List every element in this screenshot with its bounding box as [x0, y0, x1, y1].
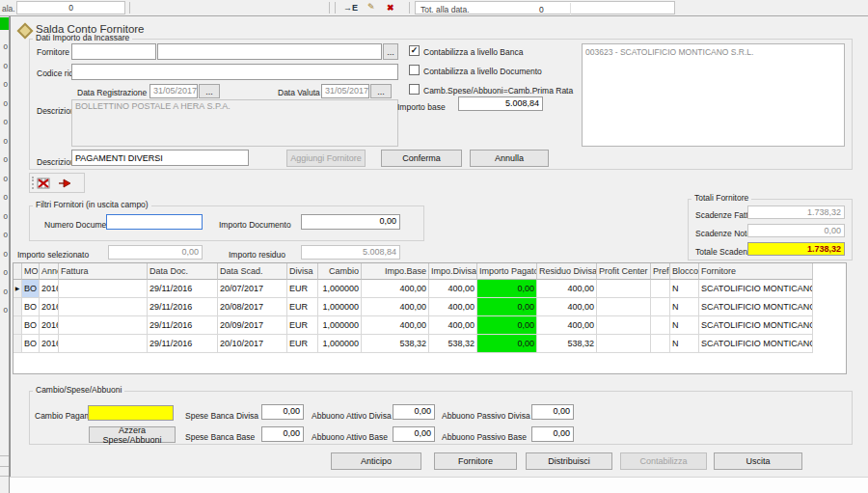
distribuisci-button[interactable]: Distribuisci	[526, 452, 612, 470]
grid-cell[interactable]	[597, 280, 651, 298]
grid-cell[interactable]: 400,00	[429, 316, 477, 335]
grid-cell[interactable]: SCATOLIFICIO MONTICANO	[699, 280, 813, 298]
grid-cell[interactable]: 400,00	[362, 298, 429, 316]
delete-grid-icon[interactable]	[37, 177, 51, 190]
abbuono-attivo-divisa-input[interactable]: 0,00	[393, 404, 435, 420]
grid-cell[interactable]: EUR	[287, 298, 318, 316]
grid-header-cell[interactable]: Profit Center	[597, 263, 651, 280]
fornitore-browse-button[interactable]: ...	[383, 43, 398, 60]
grid-cell[interactable]	[651, 335, 670, 353]
grid-cell[interactable]: 1,000000	[318, 335, 362, 353]
importo-base-input[interactable]: 5.008,84	[458, 96, 543, 111]
grid-header-cell[interactable]: Anno	[40, 263, 59, 280]
fornitore-code-input[interactable]	[71, 43, 156, 60]
grid-cell[interactable]: 400,00	[537, 298, 597, 316]
grid-header-cell[interactable]: Blocco	[670, 263, 699, 280]
annulla-button[interactable]: Annulla	[470, 150, 549, 167]
grid-header-cell[interactable]: Impo.Base	[362, 263, 429, 280]
grid-cell[interactable]: BO	[22, 298, 40, 316]
table-row[interactable]: BO201629/11/201620/10/2017EUR1,000000538…	[14, 335, 846, 353]
grid-header-cell[interactable]: Divisa	[287, 263, 318, 280]
grid-header-cell[interactable]: Impo.Divisa	[429, 263, 477, 280]
table-row[interactable]: ▶BO201629/11/201620/07/2017EUR1,00000040…	[14, 280, 846, 298]
grid-header-cell[interactable]: Importo Pagato	[477, 263, 537, 280]
uscita-button[interactable]: Uscita	[714, 452, 802, 470]
grid-cell[interactable]	[651, 280, 670, 298]
grid-cell[interactable]: 1,000000	[318, 280, 362, 298]
abbuono-attivo-base-input[interactable]: 0,00	[393, 426, 435, 442]
grid-cell[interactable]: 400,00	[537, 280, 597, 298]
table-row[interactable]: BO201629/11/201620/08/2017EUR1,000000400…	[14, 298, 846, 316]
grid-cell[interactable]: 2016	[40, 280, 59, 298]
grid-cell[interactable]: 400,00	[537, 316, 597, 335]
row-selector[interactable]	[14, 316, 22, 335]
grid-header-cell[interactable]: Data Scad.	[218, 263, 287, 280]
grid-cell[interactable]: 0,00	[477, 280, 537, 298]
grid-cell[interactable]	[59, 280, 148, 298]
supplier-listbox[interactable]: 003623 - SCATOLIFICIO MONTICANO S.R.L.	[582, 43, 845, 147]
fornitore-name-input[interactable]	[157, 43, 382, 60]
red-arrow-icon[interactable]	[57, 177, 72, 190]
grid-cell[interactable]	[59, 298, 148, 316]
grid-cell[interactable]: 29/11/2016	[148, 335, 218, 353]
grid-cell[interactable]: SCATOLIFICIO MONTICANO	[699, 298, 813, 316]
grid-cell[interactable]	[651, 298, 670, 316]
checkbox-camb-spese[interactable]	[409, 84, 420, 95]
grid-cell[interactable]: N	[670, 298, 699, 316]
grid-header-cell[interactable]: Fattura	[59, 263, 148, 280]
supplier-list-item[interactable]: 003623 - SCATOLIFICIO MONTICANO S.R.L.	[585, 47, 753, 57]
grid-cell[interactable]: EUR	[287, 335, 318, 353]
numero-documento-input[interactable]	[106, 214, 203, 230]
cambio-pagamento-input[interactable]	[88, 405, 174, 421]
grid-header-cell[interactable]: Prefi	[651, 263, 670, 280]
grid-cell[interactable]: 1,000000	[318, 316, 362, 335]
data-valuta-input[interactable]: 31/05/2017	[321, 84, 369, 98]
contabilizza-button[interactable]: Contabilizza	[620, 452, 707, 470]
pencil-icon[interactable]: ✎	[367, 1, 375, 14]
grid-cell[interactable]: 0,00	[477, 335, 537, 353]
grid-cell[interactable]: BO	[22, 316, 40, 335]
fornitore-button[interactable]: Fornitore	[434, 452, 517, 470]
grid-cell[interactable]: 400,00	[362, 280, 429, 298]
grid-corner-cell[interactable]	[14, 263, 22, 280]
grid-header-cell[interactable]: Fornitore	[699, 263, 813, 280]
checkbox-contabilizza-banca[interactable]	[409, 45, 420, 56]
codice-ricerca-input[interactable]	[71, 64, 398, 80]
aggiungi-fornitore-button[interactable]: Aggiungi Fornitore	[286, 150, 366, 167]
grid-header-cell[interactable]: Residuo Divisa	[537, 263, 597, 280]
export-icon[interactable]: →E	[343, 2, 358, 14]
grid-cell[interactable]	[597, 335, 651, 353]
delete-icon[interactable]: ✖	[387, 2, 394, 14]
spese-banca-divisa-input[interactable]: 0,00	[261, 404, 304, 420]
row-selector[interactable]: ▶	[14, 280, 22, 298]
abbuono-passivo-divisa-input[interactable]: 0,00	[531, 404, 574, 420]
grid-cell[interactable]: N	[670, 316, 699, 335]
grid-cell[interactable]: 0,00	[477, 298, 537, 316]
scadenze-grid[interactable]: MO.AnnoFatturaData Doc.Data Scad.DivisaC…	[13, 262, 847, 374]
grid-cell[interactable]	[651, 316, 670, 335]
grid-cell[interactable]: 29/11/2016	[148, 316, 218, 335]
data-valuta-browse-button[interactable]: ...	[370, 84, 392, 98]
descrizione-input[interactable]	[71, 150, 249, 166]
grid-cell[interactable]: EUR	[287, 316, 318, 335]
data-registrazione-browse-button[interactable]: ...	[199, 84, 220, 98]
grid-cell[interactable]: 29/11/2016	[148, 280, 218, 298]
grid-cell[interactable]	[59, 316, 148, 335]
grid-cell[interactable]	[597, 298, 651, 316]
grid-cell[interactable]: 20/10/2017	[218, 335, 287, 353]
spese-banca-base-input[interactable]: 0,00	[261, 426, 304, 442]
grid-cell[interactable]: BO	[22, 335, 40, 353]
grid-cell[interactable]: 2016	[40, 298, 59, 316]
grid-cell[interactable]: 538,32	[537, 335, 597, 353]
grid-cell[interactable]: 1,000000	[318, 298, 362, 316]
grid-cell[interactable]: EUR	[287, 280, 318, 298]
conferma-button[interactable]: Conferma	[381, 150, 462, 167]
grid-cell[interactable]: 2016	[40, 335, 59, 353]
grid-cell[interactable]: 20/09/2017	[218, 316, 287, 335]
grid-cell[interactable]: 29/11/2016	[148, 298, 218, 316]
grid-cell[interactable]: SCATOLIFICIO MONTICANO	[699, 335, 813, 353]
grid-cell[interactable]: 538,32	[362, 335, 429, 353]
anticipo-button[interactable]: Anticipo	[331, 452, 421, 470]
row-selector[interactable]	[14, 298, 22, 316]
data-registrazione-input[interactable]: 31/05/2017	[149, 84, 198, 98]
